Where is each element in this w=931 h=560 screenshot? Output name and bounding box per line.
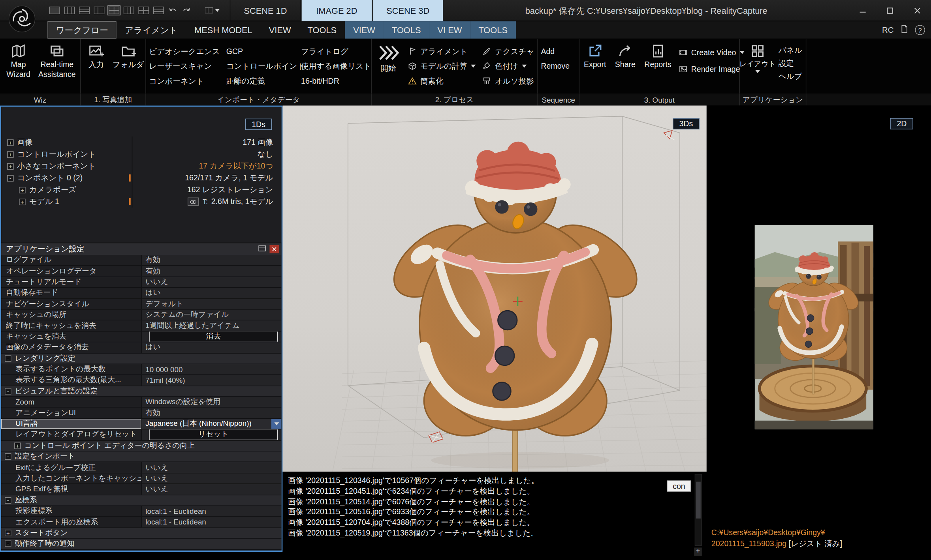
photo-view[interactable] bbox=[755, 225, 874, 430]
expand-icon[interactable]: + bbox=[7, 139, 14, 146]
share-button[interactable]: Share bbox=[610, 41, 640, 69]
3d-scene[interactable] bbox=[283, 106, 707, 472]
console-expand-button[interactable]: + bbox=[694, 547, 702, 556]
layout-preset-icon-8[interactable] bbox=[152, 6, 164, 15]
layout-preset-icon-4[interactable] bbox=[93, 6, 105, 15]
settings-row-ui-language[interactable]: UI言語 Japanese (日本 (Nihon/Nippon)) bbox=[1, 419, 282, 430]
ribbon-tab-tools-1[interactable]: TOOLS bbox=[299, 21, 345, 39]
2d-photo[interactable] bbox=[755, 225, 874, 430]
setting-value[interactable]: 有効 bbox=[141, 266, 282, 276]
clear-cache-button[interactable]: 消去 bbox=[149, 332, 278, 342]
view-type-chip-3ds[interactable]: 3Ds bbox=[673, 118, 700, 129]
settings-section-start-buttons[interactable]: +スタートボタン bbox=[1, 528, 282, 539]
define-distance-button[interactable]: 距離の定義 bbox=[223, 73, 298, 88]
document-icon[interactable] bbox=[899, 24, 909, 36]
render-image-button[interactable]: Render Image bbox=[676, 60, 739, 77]
settings-section-cp-editor-brightness[interactable]: +コントロール ポイント エディターの明るさの向上 bbox=[1, 440, 282, 451]
settings-section-end-notification[interactable]: -動作終了時の通知 bbox=[1, 539, 282, 550]
start-button[interactable]: 開始 bbox=[372, 41, 405, 73]
ui-language-dropdown[interactable] bbox=[271, 419, 282, 429]
reset-layout-button[interactable]: リセット bbox=[149, 430, 278, 440]
tree-row-small-components[interactable]: +小さなコンポーネント 17 カメラ以下が10つ bbox=[1, 160, 282, 172]
tab-image-2d[interactable]: IMAGE 2D bbox=[301, 0, 372, 21]
expand-icon[interactable]: + bbox=[7, 151, 14, 158]
tree-row-control-points[interactable]: +コントロールポイント なし bbox=[1, 148, 282, 160]
setting-value[interactable]: 10 000 000 bbox=[141, 364, 282, 375]
colorize-button[interactable]: 色付け bbox=[480, 59, 538, 74]
image-list-button[interactable]: 使用する画像リスト bbox=[298, 59, 371, 74]
simplify-button[interactable]: 簡素化 bbox=[405, 73, 480, 88]
toolbar-options-icon[interactable] bbox=[204, 6, 220, 15]
close-button[interactable] bbox=[904, 0, 931, 21]
ribbon-tab-mesh-model[interactable]: MESH MODEL bbox=[186, 21, 261, 39]
ribbon-tab-alignment[interactable]: アライメント bbox=[117, 21, 186, 39]
settings-section-visual-language[interactable]: -ビジュアルと言語の設定 bbox=[1, 386, 282, 397]
flight-log-button[interactable]: フライトログ bbox=[298, 44, 371, 59]
map-wizard-button[interactable]: Map Wizard bbox=[0, 41, 37, 79]
settings-section-coordinate-systems[interactable]: -座標系 bbox=[1, 495, 282, 506]
video-sequence-button[interactable]: ビデオシークエンス bbox=[146, 44, 223, 59]
component-button[interactable]: コンポーネント bbox=[146, 73, 223, 88]
ribbon-tab-view-1[interactable]: VIEW bbox=[261, 21, 299, 39]
ribbon-tab-workflow[interactable]: ワークフロー bbox=[47, 21, 117, 39]
sequence-add-button[interactable]: Add bbox=[538, 44, 576, 59]
settings-button[interactable]: 設定 bbox=[775, 57, 804, 70]
reports-button[interactable]: Reports bbox=[640, 41, 675, 69]
expand-icon[interactable]: + bbox=[19, 199, 26, 205]
setting-value[interactable]: はい bbox=[141, 288, 282, 298]
console-tab-chip[interactable]: con bbox=[667, 481, 691, 492]
setting-value[interactable]: いいえ bbox=[141, 277, 282, 287]
layout-preset-icon-3[interactable] bbox=[78, 6, 90, 15]
realtime-assistance-button[interactable]: Real-time Assistance bbox=[37, 41, 77, 79]
layout-button[interactable]: レイアウト bbox=[740, 41, 775, 73]
setting-value[interactable]: local:1 - Euclidean bbox=[141, 517, 282, 527]
ribbon-tab-tools-2[interactable]: TOOLS bbox=[384, 21, 429, 39]
layout-preset-icon-6[interactable] bbox=[123, 6, 135, 15]
view-type-chip-1ds[interactable]: 1Ds bbox=[245, 119, 272, 130]
calculate-model-button[interactable]: モデルの計算 bbox=[405, 59, 480, 74]
setting-value[interactable]: いいえ bbox=[141, 484, 282, 494]
tree-row-model-1[interactable]: +モデル 1 T:2.6M tris, 1モデル bbox=[1, 196, 282, 208]
tree-row-component-0[interactable]: -コンポネント 0 (2) 162/171 カメラ, 1 モデル bbox=[1, 172, 282, 184]
hdr-button[interactable]: 16-bit/HDR bbox=[298, 73, 371, 88]
texture-button[interactable]: テクスチャ bbox=[480, 44, 538, 59]
help-icon[interactable]: ? bbox=[915, 25, 925, 35]
sequence-remove-button[interactable]: Remove bbox=[538, 59, 576, 74]
collapse-icon[interactable]: - bbox=[7, 175, 14, 182]
setting-value[interactable]: いいえ bbox=[141, 463, 282, 473]
setting-value[interactable]: 1週間以上経過したアイテム bbox=[141, 320, 282, 331]
gcp-button[interactable]: GCP bbox=[223, 44, 298, 59]
layout-preset-icon-2[interactable] bbox=[64, 6, 75, 15]
setting-value[interactable]: 71mil (40%) bbox=[141, 375, 282, 385]
create-video-button[interactable]: Create Video bbox=[676, 44, 739, 60]
redo-icon[interactable] bbox=[181, 5, 192, 16]
maximize-button[interactable] bbox=[876, 0, 904, 21]
setting-value[interactable]: 有効 bbox=[141, 255, 282, 265]
layout-preset-icon-7[interactable] bbox=[138, 6, 150, 15]
settings-section-rendering[interactable]: -レンダリング設定 bbox=[1, 353, 282, 364]
setting-value[interactable]: いいえ bbox=[141, 473, 282, 483]
tab-scene-3d[interactable]: SCENE 3D bbox=[372, 0, 444, 21]
setting-value[interactable]: はい bbox=[141, 343, 282, 353]
ribbon-tab-view-2[interactable]: VIEW bbox=[345, 21, 384, 39]
setting-value[interactable]: 有効 bbox=[141, 408, 282, 418]
scrollbar-thumb[interactable] bbox=[696, 482, 701, 519]
view-type-chip-2d[interactable]: 2D bbox=[890, 118, 913, 129]
tab-scene-1d[interactable]: SCENE 1D bbox=[230, 0, 301, 21]
setting-value[interactable]: デフォルト bbox=[141, 299, 282, 309]
laser-scan-button[interactable]: レーザースキャン bbox=[146, 59, 223, 74]
layout-preset-icon-5[interactable] bbox=[108, 6, 120, 15]
control-points-button[interactable]: コントロールポイント bbox=[223, 59, 298, 74]
add-images-button[interactable]: 入力 bbox=[81, 41, 111, 69]
expand-icon[interactable]: + bbox=[7, 163, 14, 170]
dock-panel-icon[interactable] bbox=[258, 244, 267, 255]
close-panel-icon[interactable] bbox=[269, 245, 279, 253]
minimize-button[interactable] bbox=[849, 0, 876, 21]
visibility-eye-icon[interactable] bbox=[188, 198, 199, 206]
scene-3d-viewport[interactable]: 3Ds bbox=[283, 106, 707, 472]
settings-section-import-settings[interactable]: -設定をインポート bbox=[1, 451, 282, 463]
layout-preset-icon-1[interactable] bbox=[49, 6, 60, 15]
expand-icon[interactable]: + bbox=[19, 187, 26, 193]
ribbon-tab-view-3[interactable]: VI EW bbox=[429, 21, 470, 39]
panel-button[interactable]: パネル bbox=[775, 44, 804, 57]
